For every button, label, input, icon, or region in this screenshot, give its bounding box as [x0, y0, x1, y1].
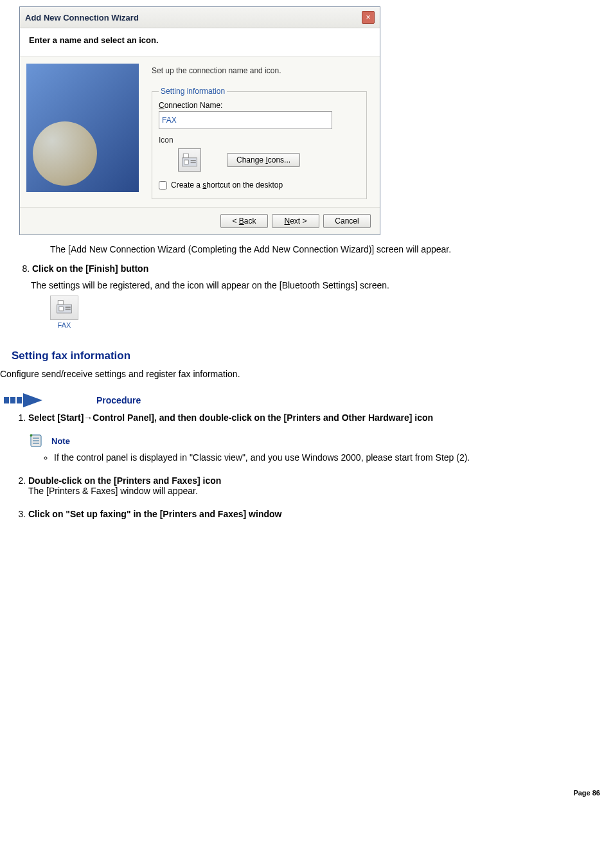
titlebar: Add New Connection Wizard × — [20, 7, 380, 28]
connection-name-input[interactable] — [159, 111, 332, 129]
setting-info-group: Setting information Connection Name: Ico… — [152, 87, 367, 199]
globe-icon — [33, 121, 97, 186]
svg-rect-7 — [59, 306, 64, 311]
wizard-side-image — [26, 64, 139, 192]
note-list: If the control panel is displayed in "Cl… — [42, 452, 613, 463]
change-icons-button[interactable]: Change Icons... — [227, 153, 300, 167]
step-8-list: Click on the [Finish] button — [13, 263, 613, 274]
procedure-steps: Select [Start]→Control Panel], and then … — [12, 412, 613, 519]
arrow-icon — [4, 392, 75, 409]
section-body: Configure send/receive settings and regi… — [0, 369, 613, 379]
note-row: Note — [28, 433, 613, 448]
wizard-header: Enter a name and select an icon. — [20, 28, 380, 57]
cancel-button[interactable]: Cancel — [323, 214, 371, 228]
svg-rect-5 — [58, 301, 63, 305]
after-step8-text: The settings will be registered, and the… — [31, 280, 613, 290]
next-button[interactable]: Next > — [272, 214, 319, 228]
section-heading: Setting fax information — [12, 350, 613, 362]
close-icon[interactable]: × — [362, 11, 375, 24]
step-2-bold: Double-click on the [Printers and Faxes]… — [28, 475, 221, 486]
page-number: Page 86 — [0, 789, 613, 807]
wizard-form: Set up the connection name and icon. Set… — [139, 64, 380, 199]
step-3-text: Click on "Set up faxing" in the [Printer… — [28, 509, 281, 519]
note-icon — [28, 433, 45, 448]
svg-rect-11 — [10, 397, 15, 403]
note-label: Note — [51, 436, 70, 446]
window-title: Add New Connection Wizard — [25, 13, 139, 22]
svg-rect-2 — [184, 160, 189, 164]
step-1: Select [Start]→Control Panel], and then … — [28, 412, 613, 463]
step-2: Double-click on the [Printers and Faxes]… — [28, 475, 613, 496]
svg-rect-8 — [66, 306, 71, 308]
fax-icon — [178, 148, 201, 172]
svg-marker-13 — [23, 393, 42, 407]
shortcut-checkbox[interactable] — [159, 181, 167, 190]
svg-rect-4 — [191, 162, 196, 163]
svg-rect-9 — [66, 309, 71, 310]
connection-name-label: Connection Name: — [159, 101, 360, 110]
icon-label: Icon — [159, 136, 360, 145]
shortcut-checkbox-row[interactable]: Create a shortcut on the desktop — [159, 181, 360, 190]
back-button[interactable]: < Back — [220, 214, 268, 228]
wizard-dialog: Add New Connection Wizard × Enter a name… — [19, 6, 380, 235]
procedure-heading: Procedure — [4, 392, 613, 409]
svg-rect-0 — [183, 154, 188, 158]
step-2-sub: The [Printers & Faxes] window will appea… — [28, 486, 198, 496]
setting-info-legend: Setting information — [159, 87, 227, 96]
wizard-header-text: Enter a name and select an icon. — [29, 35, 159, 45]
fax-result-icon: FAX — [50, 296, 78, 329]
svg-rect-10 — [4, 397, 9, 403]
after-wizard-text: The [Add New Connection Wizard (Completi… — [50, 244, 613, 254]
procedure-label: Procedure — [96, 395, 141, 405]
fax-icon — [50, 296, 78, 320]
note-item: If the control panel is displayed in "Cl… — [54, 452, 613, 463]
step-3: Click on "Set up faxing" in the [Printer… — [28, 509, 613, 519]
step-8-item: Click on the [Finish] button — [32, 263, 613, 274]
svg-rect-3 — [191, 160, 196, 161]
wizard-body: Set up the connection name and icon. Set… — [20, 57, 380, 199]
svg-rect-12 — [17, 397, 22, 403]
step-8-text: Click on the [Finish] button — [32, 263, 148, 274]
fax-caption: FAX — [50, 321, 78, 329]
setup-label: Set up the connection name and icon. — [152, 66, 367, 75]
shortcut-label: Create a shortcut on the desktop — [171, 181, 283, 190]
step-1-text: Select [Start]→Control Panel], and then … — [28, 412, 433, 423]
wizard-footer: < Back Next > Cancel — [20, 207, 380, 235]
icon-row: Change Icons... — [178, 148, 360, 172]
